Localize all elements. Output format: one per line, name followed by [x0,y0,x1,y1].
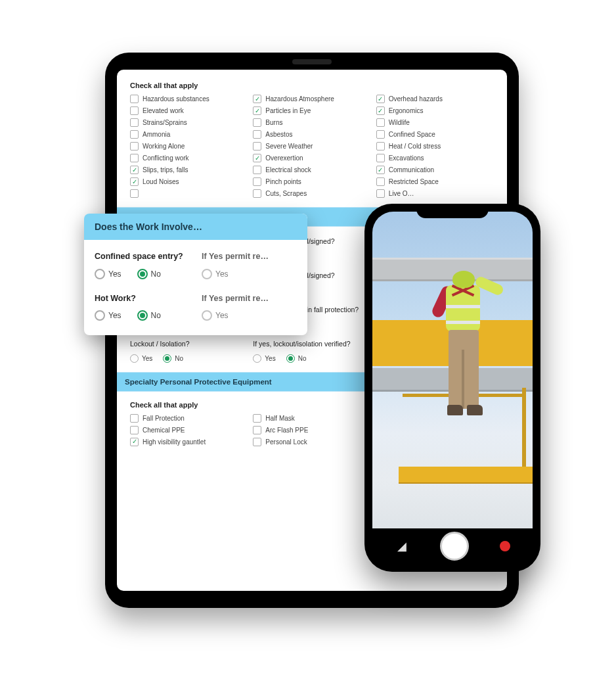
checkbox[interactable] [253,166,261,174]
ppe-item[interactable]: Fall Protection [130,414,248,423]
checkbox[interactable] [253,189,261,198]
camera-viewfinder[interactable] [372,212,533,528]
radio-option[interactable]: Yes [95,310,121,321]
checkbox[interactable] [130,166,139,174]
hazard-item[interactable]: Wildlife [376,118,494,127]
question-label: Lockout / Isolation? [130,340,248,348]
checkbox[interactable] [376,130,385,139]
phone-screen: ◢ [372,212,533,564]
radio-option[interactable]: No [286,354,307,363]
checkbox[interactable] [130,154,139,162]
checkbox[interactable] [376,154,385,162]
radio-button[interactable] [253,354,261,363]
radio-option[interactable]: Yes [202,269,229,279]
checkbox[interactable] [253,106,261,115]
checkbox[interactable] [253,438,261,446]
hazard-item[interactable]: Live O… [376,189,494,198]
checkbox[interactable] [130,106,139,115]
checkbox[interactable] [376,177,385,186]
hazard-item[interactable]: Strains/Sprains [130,118,248,127]
hazard-item[interactable]: Cuts, Scrapes [253,189,370,198]
checkbox[interactable] [253,414,261,423]
hazard-item[interactable]: Severe Weather [253,142,370,151]
radio-button[interactable] [163,354,171,363]
checkbox[interactable] [376,118,385,127]
gallery-icon[interactable]: ◢ [395,539,409,553]
checkbox[interactable] [376,189,385,198]
hazard-item[interactable]: Hazardous substances [130,95,248,103]
ppe-item[interactable]: High visibility gauntlet [130,438,248,446]
radio-button[interactable] [137,310,148,321]
checkbox[interactable] [253,426,261,434]
radio-option[interactable]: Yes [95,269,121,279]
hazard-label: Hazardous Atmosphere [265,95,334,103]
checkbox[interactable] [253,130,261,139]
hazard-item[interactable]: Excavations [376,154,494,162]
radio-option[interactable]: Yes [253,354,275,363]
checkbox[interactable] [376,106,385,115]
radio-button[interactable] [286,354,295,363]
radio-button[interactable] [95,310,105,321]
hazard-item[interactable]: Asbestos [253,130,370,139]
checkbox[interactable] [376,142,385,151]
hazard-item[interactable]: Burns [253,118,370,127]
radio-option[interactable]: Yes [202,310,229,321]
hazard-item[interactable]: Pinch points [253,177,370,186]
hazard-item[interactable]: Conflicting work [130,154,248,162]
hazard-item[interactable]: Confined Space [376,130,494,139]
hazard-item[interactable]: Overhead hazards [376,95,494,103]
radio-button[interactable] [202,269,212,279]
camera-controls: ◢ [372,528,533,564]
checkbox[interactable] [130,426,139,434]
hazard-item[interactable]: Particles in Eye [253,106,370,115]
checkbox[interactable] [253,95,261,103]
record-button[interactable] [500,541,510,551]
hazard-item[interactable]: Elevated work [130,106,248,115]
checkbox[interactable] [253,154,261,162]
hazard-item[interactable] [130,189,248,198]
ppe-label: Personal Lock [265,438,307,446]
ppe-item[interactable]: Personal Lock [253,438,370,446]
hazard-label: Electrical shock [265,166,311,174]
checkbox[interactable] [130,189,139,198]
ppe-item[interactable]: Chemical PPE [130,426,248,434]
radio-button[interactable] [137,269,148,279]
checkbox[interactable] [253,142,261,151]
radio-option[interactable]: No [163,354,183,363]
hazard-item[interactable]: Overexertion [253,154,370,162]
checkbox[interactable] [130,95,139,103]
checkbox[interactable] [130,438,139,446]
hazard-item[interactable]: Heat / Cold stress [376,142,494,151]
shutter-button[interactable] [440,532,469,561]
hazard-item[interactable]: Slips, trips, falls [130,166,248,174]
hazard-label: Pinch points [265,178,301,185]
checkbox[interactable] [130,142,139,151]
hazard-item[interactable]: Communication [376,166,494,174]
checkbox[interactable] [253,177,261,186]
radio-group: YesNo [95,269,190,279]
hazard-item[interactable]: Ergonomics [376,106,494,115]
checkbox[interactable] [376,95,385,103]
checkbox[interactable] [130,177,139,186]
ppe-item[interactable]: Arc Flash PPE [253,426,370,434]
checkbox[interactable] [253,118,261,127]
radio-button[interactable] [202,310,212,321]
hazard-item[interactable]: Working Alone [130,142,248,151]
hazard-item[interactable]: Ammonia [130,130,248,139]
radio-button[interactable] [130,354,139,363]
radio-button[interactable] [95,269,105,279]
radio-option[interactable]: No [137,269,161,279]
hazard-label: Live O… [389,190,414,197]
hazard-item[interactable]: Loud Noises [130,177,248,186]
ppe-item[interactable]: Half Mask [253,414,370,423]
hazard-item[interactable]: Hazardous Atmosphere [253,95,370,103]
checkbox[interactable] [130,118,139,127]
checkbox[interactable] [376,166,385,174]
checkbox[interactable] [130,130,139,139]
radio-option[interactable]: No [137,310,161,321]
hazard-item[interactable]: Restricted Space [376,177,494,186]
radio-option[interactable]: Yes [130,354,152,363]
checkbox[interactable] [130,414,139,423]
hazard-item[interactable]: Electrical shock [253,166,370,174]
ppe-label: Chemical PPE [143,427,185,434]
